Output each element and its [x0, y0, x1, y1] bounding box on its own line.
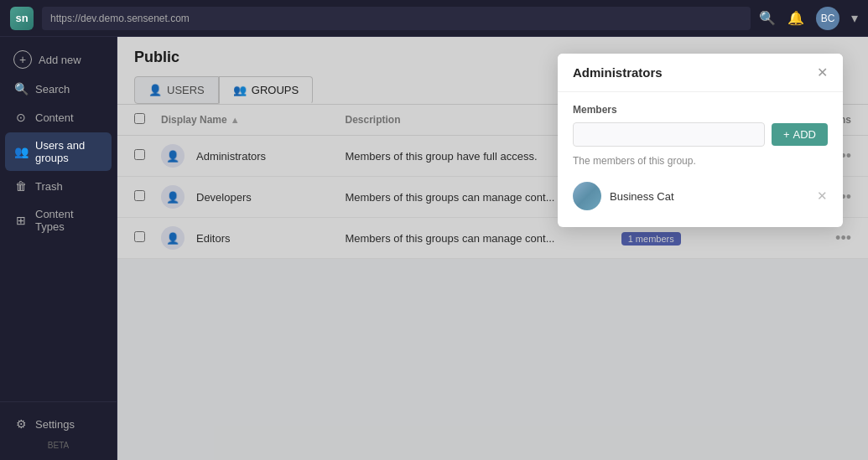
- sidebar-item-search[interactable]: 🔍 Search: [5, 75, 112, 102]
- administrators-modal: Administrators ✕ Members + ADD The membe…: [558, 54, 843, 227]
- modal-close-button[interactable]: ✕: [817, 66, 828, 80]
- settings-icon: ⚙: [13, 417, 29, 431]
- modal-members-label: Members: [573, 104, 828, 116]
- main-layout: + Add new 🔍 Search ⊙ Content 👥 Users and…: [0, 37, 868, 460]
- modal-header: Administrators ✕: [558, 54, 843, 92]
- content-area: Public 👤 USERS 👥 GROUPS Display Name: [117, 37, 868, 460]
- chevron-down-icon[interactable]: ▾: [851, 10, 858, 26]
- user-avatar[interactable]: BC: [816, 7, 839, 30]
- modal-subtext: The members of this group.: [573, 155, 828, 167]
- notifications-icon[interactable]: 🔔: [787, 10, 804, 26]
- sidebar-item-content-types[interactable]: ⊞ Content Types: [5, 201, 112, 240]
- modal-title: Administrators: [573, 65, 663, 80]
- url-bar[interactable]: https://dev.demo.sensenet.com: [42, 7, 751, 30]
- remove-member-button[interactable]: ✕: [817, 189, 828, 204]
- search-icon[interactable]: 🔍: [759, 10, 776, 26]
- add-member-button[interactable]: + ADD: [772, 123, 828, 146]
- sidebar-item-users-and-groups[interactable]: 👥 Users and groups: [5, 132, 112, 171]
- sidebar-bottom: ⚙ Settings BETA: [0, 401, 117, 460]
- modal-add-row: + ADD: [573, 122, 828, 147]
- top-bar: sn https://dev.demo.sensenet.com 🔍 🔔 BC …: [0, 0, 868, 37]
- top-bar-icons: 🔍 🔔 BC ▾: [759, 7, 858, 30]
- sidebar-nav: 🔍 Search ⊙ Content 👥 Users and groups 🗑 …: [0, 75, 117, 401]
- beta-label: BETA: [5, 437, 112, 452]
- content-icon: ⊙: [13, 111, 29, 124]
- member-search-input[interactable]: [573, 122, 765, 147]
- sidebar: + Add new 🔍 Search ⊙ Content 👥 Users and…: [0, 37, 117, 460]
- sidebar-item-content[interactable]: ⊙ Content: [5, 104, 112, 131]
- add-new-button[interactable]: + Add new: [0, 44, 117, 75]
- content-types-icon: ⊞: [13, 214, 29, 227]
- modal-overlay: Administrators ✕ Members + ADD The membe…: [117, 37, 868, 460]
- users-and-groups-icon: 👥: [13, 145, 29, 158]
- sidebar-item-settings[interactable]: ⚙ Settings: [5, 411, 112, 437]
- sidebar-item-trash[interactable]: 🗑 Trash: [5, 173, 112, 199]
- search-nav-icon: 🔍: [13, 82, 29, 96]
- member-avatar: [573, 182, 601, 210]
- plus-icon: +: [783, 128, 790, 141]
- modal-body: Members + ADD The members of this group.…: [558, 92, 843, 227]
- member-name: Business Cat: [610, 190, 808, 203]
- trash-icon: 🗑: [13, 179, 29, 193]
- add-new-circle-icon: +: [13, 50, 32, 69]
- logo: sn: [10, 7, 34, 30]
- member-row: Business Cat ✕: [573, 177, 828, 215]
